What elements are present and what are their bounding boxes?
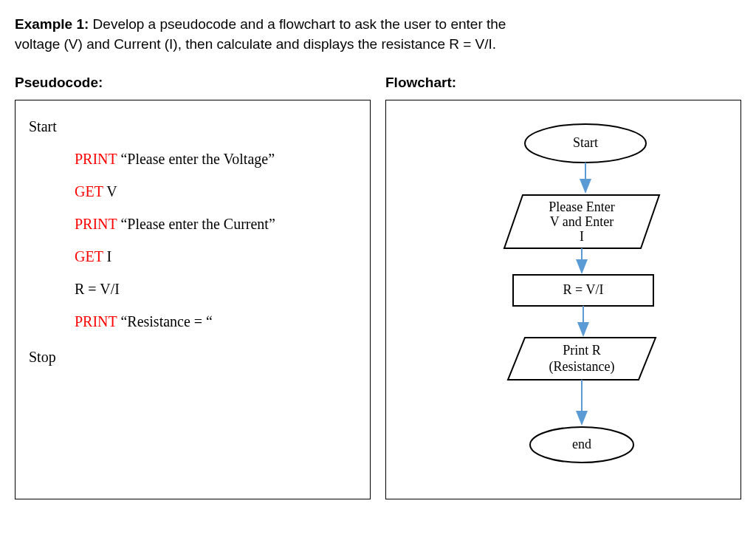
- pseudocode-heading: Pseudocode:: [15, 75, 371, 91]
- pseudo-text: “Resistance = “: [117, 313, 213, 330]
- example-prompt: Example 1: Develop a pseudocode and a fl…: [15, 15, 741, 54]
- pseudo-text: “Please enter the Current”: [117, 216, 275, 232]
- example-label: Example 1:: [15, 16, 89, 32]
- flowchart-svg: Start Please Enter V and Enter I R = V/I…: [394, 114, 733, 487]
- flow-start-text: Start: [573, 135, 598, 150]
- pseudo-kw: PRINT: [75, 216, 117, 232]
- pseudo-line-1: PRINT “Please enter the Voltage”: [75, 151, 357, 167]
- pseudo-line-6: PRINT “Resistance = “: [75, 313, 357, 330]
- pseudo-line-5: R = V/I: [75, 281, 357, 297]
- prompt-text-2: voltage (V) and Current (I), then calcul…: [15, 36, 496, 52]
- pseudo-kw: PRINT: [75, 313, 117, 330]
- pseudo-start: Start: [29, 118, 357, 134]
- flowchart-heading: Flowchart:: [385, 75, 741, 91]
- pseudo-text: V: [103, 183, 117, 199]
- pseudo-text: “Please enter the Voltage”: [117, 151, 275, 167]
- pseudo-kw: GET: [75, 183, 103, 199]
- flow-input-l3: I: [580, 229, 584, 244]
- pseudo-stop: Stop: [29, 349, 357, 365]
- pseudo-kw: GET: [75, 248, 103, 265]
- flow-end-text: end: [572, 437, 591, 451]
- flow-process-text: R = V/I: [563, 282, 604, 297]
- pseudocode-box: Start PRINT “Please enter the Voltage” G…: [15, 100, 371, 499]
- pseudo-text: R = V/I: [75, 281, 120, 297]
- flow-output-l1: Print R: [563, 343, 601, 358]
- flow-output-l2: (Resistance): [549, 359, 615, 375]
- pseudo-text: I: [103, 248, 112, 265]
- pseudo-line-4: GET I: [75, 248, 357, 265]
- pseudo-line-3: PRINT “Please enter the Current”: [75, 216, 357, 232]
- pseudo-line-2: GET V: [75, 183, 357, 199]
- flowchart-box: Start Please Enter V and Enter I R = V/I…: [385, 100, 741, 499]
- flow-input-l2: V and Enter: [550, 214, 614, 229]
- prompt-text-1: Develop a pseudocode and a flowchart to …: [89, 16, 506, 32]
- pseudo-kw: PRINT: [75, 151, 117, 167]
- flow-input-l1: Please Enter: [549, 199, 614, 214]
